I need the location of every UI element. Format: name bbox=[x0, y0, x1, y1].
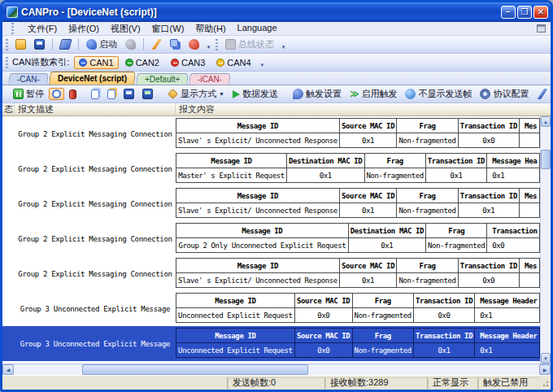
field-value: 0x0 bbox=[413, 308, 474, 323]
eraser-icon bbox=[59, 39, 72, 50]
row-state-cell bbox=[2, 291, 15, 326]
bus-status-button[interactable]: 总线状态 bbox=[222, 37, 277, 52]
stop-button[interactable] bbox=[122, 37, 139, 51]
scroll-up-button[interactable]: ▲ bbox=[541, 116, 551, 127]
data-send-label: 数据发送 bbox=[242, 88, 278, 100]
start-button[interactable]: 启动 bbox=[83, 37, 120, 52]
toolbar-grip[interactable] bbox=[6, 39, 8, 50]
channel-button-can1[interactable]: CAN1 bbox=[74, 56, 118, 69]
channel-button-can2[interactable]: CAN2 bbox=[120, 56, 164, 69]
vertical-scrollbar[interactable]: ▲ ▼ bbox=[540, 116, 551, 364]
menu-item[interactable]: 视图(V) bbox=[111, 23, 141, 35]
field-header: Message Hea bbox=[487, 154, 540, 168]
column-header-description[interactable]: 报文描述 bbox=[15, 103, 176, 115]
field-value: 0x0 bbox=[294, 308, 352, 323]
save-blue-icon bbox=[124, 89, 134, 99]
field-value: Non-fragmented bbox=[364, 168, 425, 183]
scroll-left-button[interactable]: ◀ bbox=[2, 364, 14, 375]
field-header: Source MAC ID bbox=[294, 294, 352, 308]
field-header: Source MAC ID bbox=[339, 259, 397, 273]
mdi-window-icon[interactable] bbox=[537, 24, 546, 33]
horizontal-scrollbar[interactable]: ◀ ▶ bbox=[2, 364, 551, 375]
record-button[interactable] bbox=[66, 88, 80, 101]
column-header-state[interactable]: 态 bbox=[2, 103, 15, 115]
field-header: Mes bbox=[519, 189, 539, 203]
column-header-content[interactable]: 报文内容 bbox=[176, 103, 551, 115]
channel-status-icon bbox=[125, 59, 133, 67]
protocol-config-button[interactable]: 协议配置 bbox=[477, 86, 532, 102]
channel-button-can3[interactable]: CAN3 bbox=[166, 56, 210, 69]
table-row[interactable]: Group 3 Unconnected Explicit MessageMess… bbox=[2, 326, 540, 361]
hide-sent-frames-button[interactable]: 不显示发送帧 bbox=[402, 86, 475, 102]
window-title: CANPro - [DeviceNet (script)] bbox=[21, 7, 499, 18]
data-send-button[interactable]: 数据发送 bbox=[229, 86, 281, 102]
vertical-scroll-track[interactable] bbox=[541, 127, 551, 353]
table-row[interactable]: Group 2 Explicit Messaging ConnectionMes… bbox=[2, 116, 540, 151]
tab--ican-[interactable]: -iCAN- bbox=[189, 73, 230, 85]
field-value: 0x1 bbox=[339, 133, 397, 148]
save-data-button[interactable] bbox=[120, 87, 137, 101]
table-row[interactable]: Group 2 Explicit Messaging ConnectionMes… bbox=[2, 256, 540, 291]
toolbar-overflow-button[interactable]: ▾ bbox=[258, 55, 267, 70]
copy-button[interactable] bbox=[88, 88, 102, 101]
channel-bar-label: CAN路数索引: bbox=[12, 56, 69, 68]
title-bar[interactable]: CANPro - [DeviceNet (script)] − ❐ ✕ bbox=[2, 2, 551, 22]
scroll-down-button[interactable]: ▼ bbox=[541, 353, 551, 364]
field-value bbox=[519, 133, 539, 148]
clear-button[interactable] bbox=[57, 37, 74, 51]
message-fields-table: Message IDDestination MAC IDFragTransact… bbox=[176, 153, 540, 183]
trigger-settings-button[interactable]: 触发设置 bbox=[290, 86, 345, 102]
field-value: Group 2 Only Unconnected Explicit Reques… bbox=[176, 238, 349, 253]
table-row[interactable]: Group 3 Unconnected Explicit MessageMess… bbox=[2, 291, 540, 326]
toolbar-grip[interactable] bbox=[6, 57, 8, 68]
menu-item[interactable]: 操作(O) bbox=[68, 23, 99, 35]
scroll-mode-button[interactable] bbox=[49, 88, 64, 100]
tab-devicenet-script-[interactable]: DeviceNet (script) bbox=[49, 72, 136, 85]
toolbar-overflow-button[interactable]: ▾ bbox=[204, 37, 213, 52]
tab--can-[interactable]: -CAN- bbox=[8, 73, 48, 85]
table-row[interactable]: Group 2 Explicit Messaging ConnectionMes… bbox=[2, 186, 540, 221]
close-button[interactable]: ✕ bbox=[533, 6, 548, 19]
table-row[interactable]: Group 2 Explicit Messaging ConnectionMes… bbox=[2, 151, 540, 186]
row-description: Group 2 Explicit Messaging Connection bbox=[15, 116, 176, 151]
edit-button[interactable] bbox=[148, 37, 165, 51]
protocol-config-icon bbox=[480, 89, 490, 99]
start-run-icon bbox=[86, 39, 97, 50]
toolbar-grip[interactable] bbox=[216, 39, 218, 50]
tab-label: +Default+ bbox=[145, 74, 180, 85]
message-fields-table: Message IDSource MAC IDFragTransaction I… bbox=[176, 293, 540, 323]
menu-item[interactable]: Language bbox=[237, 23, 277, 35]
display-mode-button[interactable]: 显示方式 ▼ bbox=[164, 86, 228, 102]
menubar-grip[interactable] bbox=[11, 23, 14, 34]
menu-item[interactable]: 帮助(H) bbox=[195, 23, 225, 35]
channel-button-can4[interactable]: CAN4 bbox=[211, 56, 255, 69]
layers-button[interactable] bbox=[167, 37, 184, 51]
menu-item[interactable]: 文件(F) bbox=[28, 23, 57, 35]
field-value: 0x1 bbox=[487, 168, 540, 183]
maximize-button[interactable]: ❐ bbox=[517, 6, 532, 19]
field-value: 0x1 bbox=[348, 238, 425, 253]
view-file-button[interactable] bbox=[104, 88, 119, 101]
scroll-right-button[interactable]: ▶ bbox=[539, 364, 551, 375]
horizontal-scroll-track[interactable] bbox=[14, 364, 539, 375]
table-row[interactable]: Group 2 Explicit Messaging ConnectionMes… bbox=[2, 221, 540, 256]
message-fields-table: Message IDSource MAC IDFragTransaction I… bbox=[176, 118, 540, 148]
minimize-button[interactable]: − bbox=[501, 6, 516, 19]
save-button[interactable] bbox=[31, 37, 48, 51]
resize-grip[interactable] bbox=[539, 376, 551, 390]
row-content: Message IDSource MAC IDFragTransaction I… bbox=[176, 256, 540, 291]
tab-label: DeviceNet (script) bbox=[58, 72, 127, 85]
device-button[interactable] bbox=[185, 37, 202, 51]
menu-item[interactable]: 窗口(W) bbox=[152, 23, 185, 35]
export-button[interactable] bbox=[139, 87, 156, 101]
open-file-button[interactable] bbox=[12, 37, 29, 51]
protocol-manage-button[interactable]: 协议管理 bbox=[533, 86, 553, 102]
horizontal-scroll-thumb[interactable] bbox=[82, 364, 308, 375]
field-header: Message ID bbox=[176, 119, 340, 133]
row-content: Message IDSource MAC IDFragTransaction I… bbox=[176, 326, 540, 361]
enable-trigger-button[interactable]: ≫ 启用触发 bbox=[346, 86, 401, 102]
pause-button[interactable]: 暂停 bbox=[10, 86, 47, 102]
vertical-scroll-thumb[interactable] bbox=[541, 150, 551, 169]
tab--default-[interactable]: +Default+ bbox=[136, 73, 189, 85]
toolbar-overflow-button[interactable]: ▾ bbox=[279, 37, 288, 52]
